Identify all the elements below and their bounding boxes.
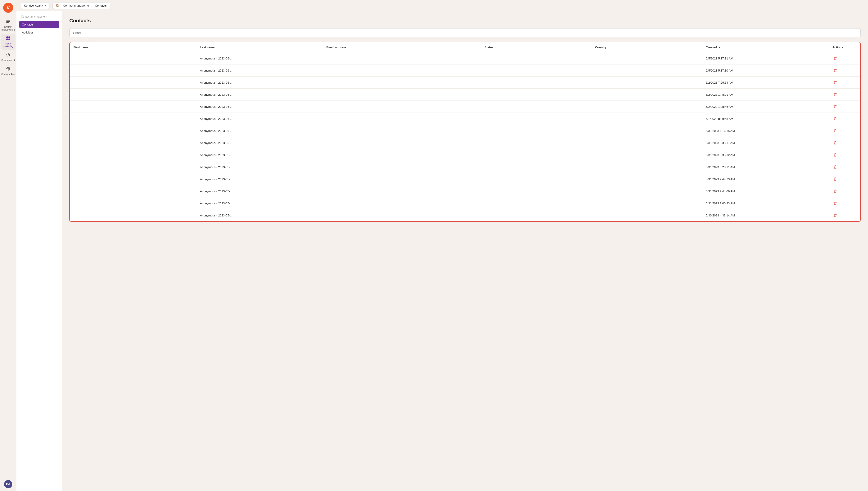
table-row: Anonymous - 2023-06-...6/5/2023 5:37:31 … [70, 52, 860, 64]
table-row: Anonymous - 2023-06-...6/1/2023 8:29:55 … [70, 113, 860, 125]
cell-country-8 [591, 149, 702, 161]
delete-button[interactable] [832, 200, 838, 206]
content-area: Contact management Contacts Activities C… [17, 11, 868, 491]
sidebar-item-digital-marketing[interactable]: Digitalmarketing [1, 34, 16, 50]
cell-lastname-1: Anonymous - 2023-06-... [196, 64, 323, 77]
cell-created-2: 6/2/2023 7:25:54 AM [702, 77, 829, 89]
breadcrumb-contact-management[interactable]: Contact management [63, 4, 91, 7]
cell-actions-5 [829, 113, 860, 125]
delete-button[interactable] [832, 128, 838, 134]
delete-button[interactable] [832, 140, 838, 146]
cell-lastname-9: Anonymous - 2023-05-... [196, 161, 323, 173]
cell-email-11 [323, 185, 481, 197]
delete-button[interactable] [832, 188, 838, 194]
cell-created-3: 6/2/2023 1:48:21 AM [702, 89, 829, 101]
cell-firstname-1 [70, 64, 196, 77]
cell-country-6 [591, 125, 702, 137]
cell-lastname-11: Anonymous - 2023-05-... [196, 185, 323, 197]
cell-status-0 [481, 52, 591, 64]
delete-button[interactable] [832, 152, 838, 158]
sidebar-item-development[interactable]: Development [1, 51, 16, 64]
search-input[interactable] [69, 28, 861, 37]
sidebar-item-label-digital-marketing: Digitalmarketing [3, 42, 13, 48]
search-container [69, 28, 861, 37]
delete-button[interactable] [832, 176, 838, 182]
cell-country-7 [591, 137, 702, 149]
table-row: Anonymous - 2023-06-...6/2/2023 7:25:54 … [70, 77, 860, 89]
topbar: Kentico Kbank ▼ 🏠 › Contact management ›… [17, 0, 868, 11]
cell-email-5 [323, 113, 481, 125]
cell-country-4 [591, 101, 702, 113]
cell-status-11 [481, 185, 591, 197]
table-header-row: First name Last name Email address Statu… [70, 42, 860, 52]
th-actions: Actions [829, 42, 860, 52]
cell-status-5 [481, 113, 591, 125]
delete-button[interactable] [832, 55, 838, 61]
breadcrumb: 🏠 › Contact management › Contacts [52, 2, 110, 9]
home-icon[interactable]: 🏠 [56, 4, 59, 7]
cell-firstname-2 [70, 77, 196, 89]
cell-actions-8 [829, 149, 860, 161]
app-logo[interactable] [3, 3, 13, 13]
delete-button[interactable] [832, 67, 838, 74]
cell-created-6: 5/31/2023 6:16:15 AM [702, 125, 829, 137]
cell-status-1 [481, 64, 591, 77]
th-country: Country [591, 42, 702, 52]
main-sidebar: Content management Digitalmarketing Deve… [0, 0, 17, 491]
table-row: Anonymous - 2023-05-...5/31/2023 5:35:12… [70, 149, 860, 161]
cell-firstname-0 [70, 52, 196, 64]
delete-button[interactable] [832, 116, 838, 122]
cell-created-12: 5/31/2023 1:00:33 AM [702, 197, 829, 209]
sidebar-item-configuration[interactable]: Configuration [1, 64, 16, 78]
cell-status-10 [481, 173, 591, 185]
delete-button[interactable] [832, 212, 838, 218]
delete-button[interactable] [832, 164, 838, 170]
cell-lastname-8: Anonymous - 2023-05-... [196, 149, 323, 161]
workspace-name: Kentico Kbank [24, 4, 43, 7]
cell-actions-9 [829, 161, 860, 173]
cell-firstname-10 [70, 173, 196, 185]
table-row: Anonymous - 2023-06-...6/5/2023 5:37:30 … [70, 64, 860, 77]
sub-sidebar-item-contacts[interactable]: Contacts [19, 21, 59, 28]
user-avatar[interactable]: GA [4, 480, 12, 488]
cell-lastname-0: Anonymous - 2023-06-... [196, 52, 323, 64]
sort-desc-icon: ▼ [719, 46, 721, 49]
cell-lastname-4: Anonymous - 2023-06-... [196, 101, 323, 113]
cell-created-0: 6/5/2023 5:37:31 AM [702, 52, 829, 64]
cell-lastname-2: Anonymous - 2023-06-... [196, 77, 323, 89]
cell-created-1: 6/5/2023 5:37:30 AM [702, 64, 829, 77]
workspace-selector[interactable]: Kentico Kbank ▼ [21, 2, 50, 9]
sidebar-item-content-management[interactable]: Content management [1, 17, 16, 33]
cell-created-5: 6/1/2023 8:29:55 AM [702, 113, 829, 125]
sub-sidebar-section-title: Contact management [19, 15, 59, 18]
svg-rect-4 [6, 36, 8, 38]
svg-point-8 [7, 68, 9, 69]
cell-created-7: 5/31/2023 5:35:17 AM [702, 137, 829, 149]
delete-button[interactable] [832, 80, 838, 85]
cell-email-4 [323, 101, 481, 113]
th-firstname: First name [70, 42, 196, 52]
development-icon [6, 52, 11, 58]
cell-lastname-6: Anonymous - 2023-06-... [196, 125, 323, 137]
cell-created-13: 5/30/2023 4:33:14 AM [702, 209, 829, 222]
table-body: Anonymous - 2023-06-...6/5/2023 5:37:31 … [70, 52, 860, 222]
cell-country-9 [591, 161, 702, 173]
th-created[interactable]: Created ▼ [702, 42, 829, 52]
svg-rect-2 [6, 21, 10, 22]
cell-email-2 [323, 77, 481, 89]
sub-sidebar: Contact management Contacts Activities [17, 11, 62, 491]
cell-country-13 [591, 209, 702, 222]
cell-firstname-8 [70, 149, 196, 161]
delete-button[interactable] [832, 104, 838, 110]
cell-lastname-13: Anonymous - 2023-05-... [196, 209, 323, 222]
cell-status-6 [481, 125, 591, 137]
cell-status-8 [481, 149, 591, 161]
delete-button[interactable] [832, 92, 838, 97]
cell-status-2 [481, 77, 591, 89]
sidebar-item-label-configuration: Configuration [1, 73, 15, 76]
cell-country-12 [591, 197, 702, 209]
sub-sidebar-item-activities[interactable]: Activities [19, 29, 59, 36]
cell-email-6 [323, 125, 481, 137]
digital-marketing-icon [6, 36, 11, 41]
th-email: Email address [323, 42, 481, 52]
